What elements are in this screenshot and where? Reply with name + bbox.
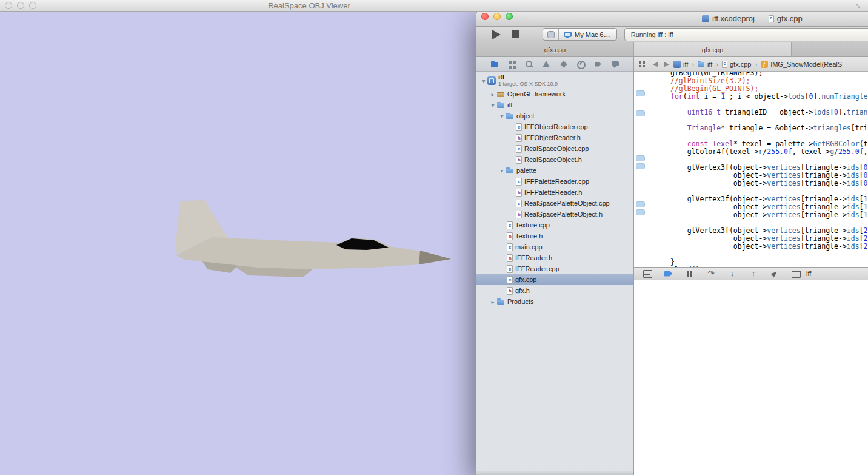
cpp-icon xyxy=(507,221,513,229)
test-navigator-icon[interactable] xyxy=(559,59,569,69)
disclosure-open-icon[interactable] xyxy=(489,102,496,109)
breadcrumb: iff›iff›gfx.cpp›IMG_ShowModel(RealS xyxy=(673,61,842,68)
breakpoints-toggle-icon[interactable] xyxy=(664,269,673,278)
forward-arrow-icon[interactable]: ▶ xyxy=(662,60,670,68)
disclosure-open-icon[interactable] xyxy=(498,113,506,120)
file-tree-item[interactable]: OpenGL.framework xyxy=(476,89,633,99)
project-label-group: iff1 target, OS X SDK 10.9 xyxy=(498,74,558,87)
breakpoint-navigator-icon[interactable] xyxy=(593,59,603,69)
code-text[interactable]: glBegin(GL_TRIANGLES);//glPointSize(3.2)… xyxy=(670,72,868,267)
zoom-button[interactable] xyxy=(506,13,513,20)
breadcrumb-item[interactable]: gfx.cpp xyxy=(722,61,751,68)
simulate-location-icon[interactable] xyxy=(770,269,780,278)
debug-controls xyxy=(643,269,801,278)
stop-button[interactable] xyxy=(512,30,519,38)
file-tree-item[interactable]: RealSpacePaletteObject.cpp xyxy=(476,198,633,209)
file-tree-item[interactable]: iff1 target, OS X SDK 10.9 xyxy=(476,73,633,89)
xcode-traffic-lights xyxy=(481,13,513,20)
close-button[interactable] xyxy=(481,13,489,20)
code-line: object->vertices[triangle->ids[2]] xyxy=(670,243,868,251)
file-tree-item[interactable]: palette xyxy=(476,165,633,176)
gutter-annotation[interactable] xyxy=(636,163,645,169)
find-navigator-icon[interactable] xyxy=(524,59,534,69)
file-tree-item[interactable]: RealSpaceObject.cpp xyxy=(476,143,633,154)
destination-segment[interactable]: My Mac 6… xyxy=(559,31,616,38)
run-button[interactable] xyxy=(492,30,501,39)
cpp-icon xyxy=(516,123,522,131)
gutter-annotation[interactable] xyxy=(636,155,645,161)
fullscreen-arrow-icon[interactable]: ↔ xyxy=(853,0,866,11)
file-tree-item[interactable]: gfx.h xyxy=(476,285,633,296)
xcode-titlebar[interactable]: iff.xcodeproj — gfx.cpp xyxy=(476,11,868,27)
editor-tab[interactable]: gfx.cpp xyxy=(476,42,634,56)
h-icon xyxy=(516,156,522,164)
file-tree-item[interactable]: IFFReader.h xyxy=(476,252,633,263)
disclosure-open-icon[interactable] xyxy=(498,167,506,174)
file-tree-item[interactable]: RealSpaceObject.h xyxy=(476,154,633,165)
zoom-button[interactable] xyxy=(29,2,36,9)
file-tree-item[interactable]: IFFObjectReader.h xyxy=(476,132,633,143)
file-label: palette xyxy=(516,167,536,174)
editor-tab[interactable]: gfx.cpp xyxy=(634,42,792,56)
issue-navigator-icon[interactable] xyxy=(541,59,551,69)
navigator-panel: iff1 target, OS X SDK 10.9OpenGL.framewo… xyxy=(476,57,634,475)
file-tree-item[interactable]: gfx.cpp xyxy=(476,274,633,285)
mac-display-icon xyxy=(564,32,572,37)
disclosure-closed-icon[interactable] xyxy=(489,91,496,98)
file-tree-item[interactable]: iff xyxy=(476,99,633,110)
log-navigator-icon[interactable] xyxy=(610,59,620,69)
file-tree-item[interactable]: Texture.cpp xyxy=(476,220,633,231)
file-tree-item[interactable]: RealSpacePaletteObject.h xyxy=(476,209,633,220)
hide-debug-area-icon[interactable] xyxy=(643,269,652,278)
file-tree-item[interactable]: IFFPaletteReader.h xyxy=(476,187,633,198)
project-navigator-icon[interactable] xyxy=(490,59,499,69)
code-line: uint16_t triangleID = object->lods[0].tr… xyxy=(670,109,868,116)
file-tree-item[interactable]: IFFReader.cpp xyxy=(476,263,633,274)
gutter-annotation[interactable] xyxy=(636,209,645,215)
file-tree-item[interactable]: Texture.h xyxy=(476,231,633,241)
pause-icon[interactable] xyxy=(685,269,695,278)
breadcrumb-item[interactable]: iff xyxy=(673,61,688,68)
back-arrow-icon[interactable]: ◀ xyxy=(651,60,659,68)
step-over-icon[interactable] xyxy=(706,269,716,278)
folder-icon xyxy=(496,101,505,109)
xcode-window-title: iff.xcodeproj — gfx.cpp xyxy=(702,14,803,23)
source-editor[interactable]: glBegin(GL_TRIANGLES);//glPointSize(3.2)… xyxy=(634,72,868,267)
gutter-annotation[interactable] xyxy=(636,110,645,116)
breadcrumb-item[interactable]: IMG_ShowModel(RealS xyxy=(761,61,842,68)
close-button[interactable] xyxy=(5,2,12,9)
viewer-window-titlebar: RealSpace OBJ Viewer ↔ xyxy=(0,0,868,12)
file-label: main.cpp xyxy=(515,243,542,251)
file-tree-item[interactable]: IFFObjectReader.cpp xyxy=(476,121,633,132)
file-label: IFFReader.h xyxy=(515,254,552,261)
file-tree-item[interactable]: IFFPaletteReader.cpp xyxy=(476,176,633,187)
debug-navigator-icon[interactable] xyxy=(576,59,586,69)
xcode-main-area: iff1 target, OS X SDK 10.9OpenGL.framewo… xyxy=(476,57,868,475)
minimize-button[interactable] xyxy=(17,2,24,9)
navigator-filter-bar[interactable] xyxy=(476,471,633,475)
file-label: IFFPaletteReader.h xyxy=(524,189,582,196)
viewer-traffic-lights xyxy=(5,2,36,9)
file-label: RealSpaceObject.h xyxy=(524,156,582,163)
disclosure-closed-icon[interactable] xyxy=(489,298,496,305)
breadcrumb-item[interactable]: iff xyxy=(698,61,712,68)
minimize-button[interactable] xyxy=(493,13,501,20)
step-into-icon[interactable] xyxy=(727,269,737,278)
xcode-window: iff.xcodeproj — gfx.cpp My Mac 6… Runnin… xyxy=(476,11,868,475)
symbol-navigator-icon[interactable] xyxy=(507,59,516,69)
file-tree-item[interactable]: main.cpp xyxy=(476,241,633,252)
scheme-app-icon xyxy=(547,31,555,38)
process-view-icon[interactable] xyxy=(791,269,801,278)
scheme-segment[interactable] xyxy=(543,29,559,40)
gutter-annotation[interactable] xyxy=(636,90,645,96)
debug-console[interactable] xyxy=(634,280,868,475)
scheme-selector[interactable]: My Mac 6… xyxy=(542,28,617,41)
disclosure-open-icon[interactable] xyxy=(480,78,487,84)
file-tree-item[interactable]: Products xyxy=(476,296,633,307)
breadcrumb-label: gfx.cpp xyxy=(730,61,751,68)
gutter-annotation[interactable] xyxy=(636,201,645,207)
related-items-icon[interactable] xyxy=(638,60,646,69)
file-label: gfx.cpp xyxy=(515,276,536,283)
step-out-icon[interactable] xyxy=(749,269,758,278)
file-tree-item[interactable]: object xyxy=(476,110,633,121)
